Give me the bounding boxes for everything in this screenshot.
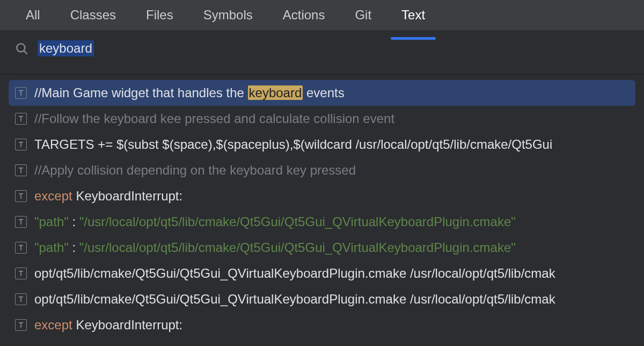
result-text: "path" : "/usr/local/opt/qt5/lib/cmake/Q… [34,240,516,255]
text-file-icon: T [15,319,27,331]
result-text: except KeyboardInterrupt: [34,318,182,333]
svg-line-1 [24,51,27,54]
result-text: TARGETS += $(subst $(space),$(spaceplus)… [34,137,552,152]
text-file-icon: T [15,293,27,305]
svg-point-0 [17,44,25,52]
text-file-icon: T [15,268,27,279]
result-row[interactable]: T//Apply collision depending on the keyb… [0,157,644,183]
result-text: except KeyboardInterrupt: [34,189,182,204]
result-row[interactable]: Texcept KeyboardInterrupt: [0,312,644,338]
text-file-icon: T [15,139,27,150]
search-results: T//Main Game widget that handles the key… [0,75,644,338]
result-text: //Follow the keyboard kee pressed and ca… [34,111,394,126]
search-tabs: AllClassesFilesSymbolsActionsGitText [0,0,644,30]
result-row[interactable]: T//Follow the keyboard kee pressed and c… [0,106,644,132]
text-file-icon: T [15,164,27,176]
search-input[interactable]: keyboard [38,41,629,57]
search-row: keyboard [0,30,644,68]
result-text: opt/qt5/lib/cmake/Qt5Gui/Qt5Gui_QVirtual… [34,292,555,307]
text-file-icon: T [15,87,27,99]
text-file-icon: T [15,242,27,254]
result-row[interactable]: T"path" : "/usr/local/opt/qt5/lib/cmake/… [0,209,644,235]
result-row[interactable]: TTARGETS += $(subst $(space),$(spaceplus… [0,132,644,157]
tab-text[interactable]: Text [386,0,440,30]
tab-symbols[interactable]: Symbols [188,0,268,30]
text-file-icon: T [15,190,27,202]
result-row[interactable]: Topt/qt5/lib/cmake/Qt5Gui/Qt5Gui_QVirtua… [0,286,644,312]
result-text: //Main Game widget that handles the keyb… [34,85,345,100]
text-file-icon: T [15,216,27,228]
result-text: //Apply collision depending on the keybo… [34,163,356,178]
search-icon [15,42,29,56]
result-text: opt/qt5/lib/cmake/Qt5Gui/Qt5Gui_QVirtual… [34,266,555,281]
result-row[interactable]: Topt/qt5/lib/cmake/Qt5Gui/Qt5Gui_QVirtua… [0,261,644,286]
tab-git[interactable]: Git [340,0,386,30]
tab-all[interactable]: All [11,0,55,30]
result-row[interactable]: Texcept KeyboardInterrupt: [0,183,644,209]
tab-actions[interactable]: Actions [268,0,340,30]
text-caret [93,41,94,57]
search-query-selected: keyboard [38,40,94,56]
result-text: "path" : "/usr/local/opt/qt5/lib/cmake/Q… [34,214,516,229]
result-row[interactable]: T//Main Game widget that handles the key… [9,80,635,106]
text-file-icon: T [15,113,27,125]
result-row[interactable]: T"path" : "/usr/local/opt/qt5/lib/cmake/… [0,235,644,261]
tab-classes[interactable]: Classes [55,0,131,30]
tab-files[interactable]: Files [131,0,188,30]
